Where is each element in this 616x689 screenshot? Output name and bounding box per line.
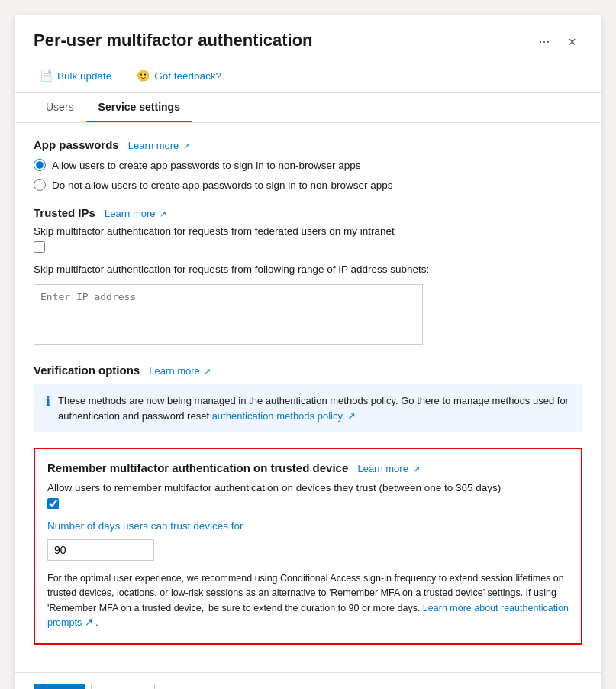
app-passwords-section: App passwords Learn more ↗ Allow users t… — [34, 138, 582, 191]
auth-methods-policy-link[interactable]: authentication methods policy. ↗ — [212, 410, 356, 422]
allow-remember-checkbox-item[interactable] — [47, 498, 569, 509]
fine-print-text: For the optimal user experience, we reco… — [47, 571, 569, 631]
verification-options-learn-more-icon: ↗ — [204, 367, 211, 376]
learn-more-icon: ↗ — [183, 141, 190, 150]
ip-range-label: Skip multifactor authentication for requ… — [34, 264, 582, 275]
deny-label: Do not allow users to create app passwor… — [52, 180, 393, 191]
tab-service-settings[interactable]: Service settings — [86, 93, 192, 122]
verification-options-learn-more[interactable]: Learn more ↗ — [149, 365, 211, 377]
discard-button[interactable]: Discard — [91, 684, 155, 690]
remember-mfa-learn-more-icon: ↗ — [413, 464, 420, 474]
allow-app-passwords-option[interactable]: Allow users to create app passwords to s… — [34, 159, 582, 171]
trusted-ips-learn-more-icon: ↗ — [160, 209, 166, 218]
allow-radio[interactable] — [34, 159, 46, 171]
federated-checkbox-item[interactable] — [34, 241, 582, 253]
tabs-container: Users Service settings — [15, 93, 601, 123]
ellipsis-button[interactable]: ··· — [532, 31, 556, 53]
content-area: App passwords Learn more ↗ Allow users t… — [15, 123, 601, 672]
save-button[interactable]: Save — [34, 684, 85, 690]
panel-header: Per-user multifactor authentication ··· … — [15, 15, 601, 62]
panel-title: Per-user multifactor authentication — [34, 31, 532, 50]
ip-address-input[interactable] — [34, 284, 423, 345]
main-panel: Per-user multifactor authentication ··· … — [15, 15, 601, 689]
trusted-ips-learn-more[interactable]: Learn more ↗ — [105, 208, 166, 219]
verification-options-section: Verification options Learn more ↗ ℹ Thes… — [34, 364, 582, 432]
footer: Save Discard — [15, 672, 601, 690]
bulk-update-label: Bulk update — [57, 70, 111, 82]
feedback-icon: 🙂 — [137, 70, 150, 82]
remember-mfa-learn-more[interactable]: Learn more ↗ — [357, 463, 419, 474]
verification-info-box: ℹ These methods are now being managed in… — [34, 384, 582, 432]
verification-info-text: These methods are now being managed in t… — [58, 393, 570, 423]
allow-label: Allow users to create app passwords to s… — [52, 160, 360, 171]
deny-radio[interactable] — [34, 179, 46, 191]
allow-remember-checkbox[interactable] — [47, 498, 59, 509]
remember-mfa-section: Remember multifactor authentication on t… — [34, 448, 582, 645]
app-passwords-learn-more[interactable]: Learn more ↗ — [128, 140, 190, 151]
trusted-ips-section: Trusted IPs Learn more ↗ Skip multifacto… — [34, 206, 582, 348]
reauth-link-icon: ↗ — [85, 617, 93, 628]
doc-icon: 📄 — [40, 70, 53, 82]
toolbar-separator — [124, 68, 124, 83]
header-actions: ··· × — [532, 31, 582, 53]
tab-users[interactable]: Users — [34, 93, 86, 122]
got-feedback-label: Got feedback? — [154, 70, 221, 82]
info-icon: ℹ — [46, 394, 50, 409]
remember-mfa-title: Remember multifactor authentication on t… — [47, 461, 569, 474]
verification-options-title: Verification options Learn more ↗ — [34, 364, 582, 377]
federated-label: Skip multifactor authentication for requ… — [34, 225, 582, 237]
app-passwords-title: App passwords Learn more ↗ — [34, 138, 582, 151]
trusted-ips-title: Trusted IPs Learn more ↗ — [34, 206, 582, 219]
bulk-update-button[interactable]: 📄 Bulk update — [34, 66, 118, 85]
close-button[interactable]: × — [562, 32, 582, 52]
deny-app-passwords-option[interactable]: Do not allow users to create app passwor… — [34, 179, 582, 191]
got-feedback-button[interactable]: 🙂 Got feedback? — [131, 66, 227, 85]
days-input[interactable] — [47, 539, 154, 561]
federated-checkbox[interactable] — [34, 241, 45, 253]
app-passwords-radio-group: Allow users to create app passwords to s… — [34, 159, 582, 191]
auth-policy-link-icon: ↗ — [347, 410, 356, 422]
toolbar: 📄 Bulk update 🙂 Got feedback? — [15, 62, 601, 93]
days-label: Number of days users can trust devices f… — [47, 520, 569, 532]
allow-remember-label: Allow users to remember multifactor auth… — [47, 482, 569, 493]
